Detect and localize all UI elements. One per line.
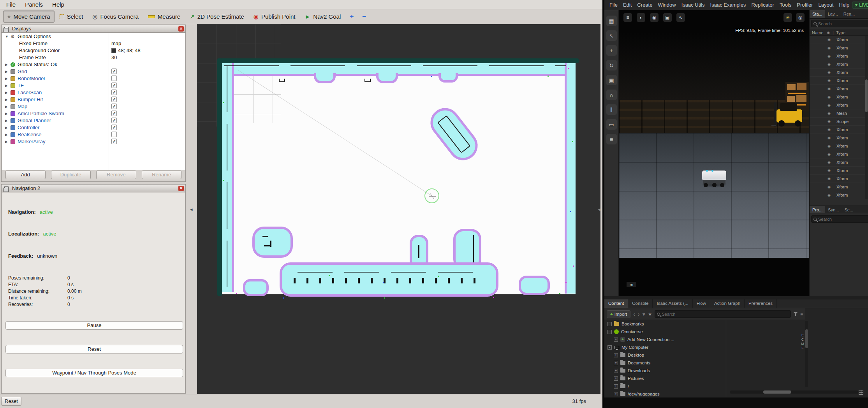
close-icon[interactable]: ✕ — [178, 186, 184, 191]
enable-checkbox[interactable]: ✓ — [111, 97, 117, 102]
nav2-panel-header[interactable]: Navigation 2 ✕ — [2, 185, 185, 192]
stage-row[interactable]: ◉Xform — [810, 69, 868, 77]
pause-icon[interactable]: ‖ — [606, 104, 617, 115]
filter-icon[interactable] — [794, 312, 798, 316]
content-search-input[interactable] — [662, 312, 789, 317]
tree-item-omniverse[interactable]: -Omniverse — [604, 328, 868, 336]
panel-divider[interactable] — [726, 320, 726, 397]
add-button[interactable]: Add — [5, 171, 46, 179]
tab-content[interactable]: Content — [604, 299, 628, 308]
measure-button[interactable]: Measure — [144, 11, 185, 23]
display-row-tf[interactable]: ▶TF✓ — [2, 82, 185, 89]
physics-icon[interactable]: ∩ — [606, 90, 617, 100]
panel-tab-syn[interactable]: Syn... — [825, 206, 842, 213]
isaac-menu-layout[interactable]: Layout — [815, 2, 836, 8]
stage-row[interactable]: ◉Xform — [810, 191, 868, 199]
tree-row-global-options[interactable]: ▼⚙Global Options — [2, 33, 185, 40]
panel-collapse-arrow-icon[interactable]: ◂ — [190, 206, 193, 212]
live-badge[interactable]: LIVE▾ — [852, 2, 868, 9]
rename-button[interactable]: Rename — [142, 171, 182, 179]
rviz-3d-viewport[interactable] — [197, 24, 600, 394]
pause-button[interactable]: Pause — [5, 321, 183, 330]
enable-checkbox[interactable]: ✓ — [111, 125, 117, 130]
stage-row[interactable]: ◉Xform — [810, 85, 868, 93]
expander-icon[interactable]: + — [614, 338, 618, 342]
enable-checkbox[interactable] — [111, 132, 117, 137]
render-mode-icon[interactable]: ◐ — [637, 13, 645, 22]
isaac-menu-replicator[interactable]: Replicator — [748, 2, 777, 8]
expander-icon[interactable]: ▶ — [5, 77, 8, 81]
stage-row[interactable]: ◉Xform — [810, 77, 868, 85]
isaac-menu-profiler[interactable]: Profiler — [794, 2, 815, 8]
locate-icon[interactable]: ◎ — [796, 13, 805, 22]
back-icon[interactable]: ‹ — [633, 311, 635, 317]
move-camera-button[interactable]: ⌖Move Camera — [3, 11, 55, 23]
stage-row[interactable]: ◉Mesh — [810, 109, 868, 118]
expander-icon[interactable]: ▶ — [5, 84, 8, 88]
expander-icon[interactable]: + — [614, 392, 618, 396]
expander-icon[interactable]: ▼ — [5, 35, 9, 39]
scrollbar-thumb[interactable] — [865, 79, 868, 112]
vertical-scrollbar[interactable] — [805, 321, 808, 387]
stage-row[interactable]: ◉Xform — [810, 158, 868, 167]
enable-checkbox[interactable]: ✓ — [111, 111, 117, 116]
stage-row[interactable]: ◉Xform — [810, 142, 868, 150]
expander-icon[interactable]: + — [614, 384, 618, 389]
tree-item-add-new-connection[interactable]: ++Add New Connection ... — [604, 336, 868, 343]
column-type[interactable]: Type — [836, 30, 845, 35]
remove-tool-button[interactable]: − — [358, 11, 370, 22]
scale-icon[interactable]: ▣ — [606, 75, 617, 85]
display-row-global-planner[interactable]: ▶Global Planner✓ — [2, 117, 185, 124]
stage-row[interactable]: ◉Xform — [810, 60, 868, 69]
visibility-eye-icon[interactable]: ◉ — [828, 111, 831, 115]
focus-camera-button[interactable]: ◎Focus Camera — [88, 11, 143, 23]
enable-checkbox[interactable]: ✓ — [111, 118, 117, 123]
display-row-realsense[interactable]: ▶Realsense — [2, 131, 185, 138]
lighting-icon[interactable]: ☀ — [783, 13, 792, 22]
expander-icon[interactable]: + — [614, 353, 618, 357]
stage-row[interactable]: ◉Xform — [810, 52, 868, 60]
property-search-input[interactable] — [818, 217, 868, 222]
import-button[interactable]: + Import — [607, 310, 630, 318]
menu-help[interactable]: Help — [48, 0, 69, 9]
reset-button[interactable]: Reset — [1, 397, 21, 406]
tree-item-my-computer[interactable]: -My Computer — [604, 343, 868, 351]
2d-pose-estimate-button[interactable]: ↗2D Pose Estimate — [185, 11, 248, 23]
expander-icon[interactable]: - — [607, 345, 612, 350]
grid-icon[interactable]: ▦ — [606, 16, 617, 26]
enable-checkbox[interactable]: ✓ — [111, 139, 117, 144]
expander-icon[interactable]: ▶ — [5, 70, 8, 74]
stage-search[interactable] — [811, 20, 868, 27]
stage-row[interactable]: ◉Xform — [810, 134, 868, 142]
stage-row[interactable]: ◉Xform — [810, 44, 868, 52]
stage-tab-lay[interactable]: Lay... — [825, 10, 841, 18]
visibility-eye-icon[interactable]: ◉ — [828, 177, 831, 181]
tree-item-[interactable]: +/ — [604, 382, 868, 390]
rotate-icon[interactable]: ↻ — [606, 60, 617, 70]
visibility-eye-icon[interactable]: ◉ — [828, 70, 831, 74]
tab-action-graph[interactable]: Action Graph — [710, 299, 745, 308]
tab-isaac-assets[interactable]: Isaac Assets (... — [653, 299, 692, 308]
visibility-eye-icon[interactable]: ◉ — [828, 46, 831, 50]
isaac-menu-create[interactable]: Create — [634, 2, 655, 8]
tree-row-global-status-ok[interactable]: ▶✓Global Status: Ok — [2, 61, 185, 68]
property-background-color[interactable]: Background Color48; 48; 48 — [2, 47, 185, 54]
stage-row[interactable]: ◉Xform — [810, 167, 868, 175]
nav2-goal-button[interactable]: ►Nav2 Goal — [300, 11, 345, 23]
stage-row[interactable]: ◉Xform — [810, 175, 868, 183]
tree-item-bookmarks[interactable]: -Bookmarks — [604, 320, 868, 328]
visibility-eye-icon[interactable]: ◉ — [828, 87, 831, 91]
layers-icon[interactable]: ≡ — [606, 134, 617, 144]
expander-icon[interactable]: ▶ — [5, 98, 8, 102]
expander-icon[interactable]: - — [607, 322, 612, 326]
isaac-menu-isaac-utils[interactable]: Isaac Utils — [679, 2, 708, 8]
visibility-eye-icon[interactable]: ◉ — [828, 136, 831, 140]
visibility-eye-icon[interactable]: ◉ — [828, 152, 831, 156]
isaac-viewport[interactable]: ≡◐◉▣∿ ☀◎ FPS: 9.85, Frame time: 101.52 m… — [619, 10, 809, 296]
stage-search-input[interactable] — [818, 21, 868, 26]
menu-file[interactable]: File — [2, 0, 20, 9]
content-search[interactable] — [655, 310, 791, 318]
expander-icon[interactable]: ▶ — [5, 91, 8, 95]
stage-row[interactable]: ◉Scope — [810, 118, 868, 126]
isaac-menu-window[interactable]: Window — [655, 2, 678, 8]
